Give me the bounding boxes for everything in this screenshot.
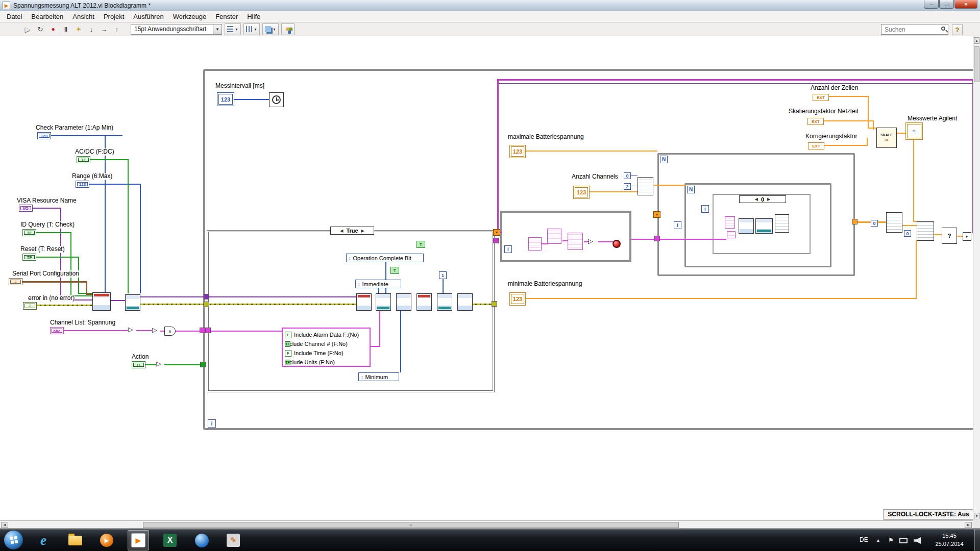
taskbar-excel[interactable]: X (159, 530, 181, 550)
string-array-node[interactable] (528, 237, 542, 251)
true-constant[interactable]: T (416, 241, 425, 248)
taskbar-app-sphere[interactable] (191, 530, 212, 550)
taskbar-ie[interactable]: e (33, 530, 54, 550)
taskbar-explorer[interactable] (64, 530, 86, 550)
terminal-min-batt[interactable]: 123 (509, 292, 526, 306)
read-data-subvi[interactable] (457, 293, 473, 311)
menu-bearbeiten[interactable]: Bearbeiten (27, 12, 68, 21)
pause-button[interactable]: ‖ (60, 23, 72, 35)
write-instrument-subvi[interactable] (356, 293, 372, 311)
font-selector[interactable]: 15pt Anwendungsschriftart (131, 24, 213, 35)
terminal-error-in[interactable]: ≡ (23, 302, 37, 310)
loop-iteration-terminal[interactable]: i (674, 221, 681, 229)
abort-button[interactable]: ● (47, 23, 59, 35)
string-function-icon[interactable]: ▷ (152, 327, 157, 333)
menu-hilfe[interactable]: Hilfe (242, 12, 265, 21)
for-loop-count-terminal[interactable]: N (687, 186, 695, 193)
taskbar-media-player[interactable]: ▶ (96, 530, 117, 550)
visa-serial-config-subvi[interactable] (92, 292, 111, 311)
bool-true-icon[interactable]: TF (285, 360, 290, 365)
and-gate[interactable]: ∧ (164, 327, 176, 336)
run-continuous-button[interactable]: ↻ (34, 23, 46, 35)
scroll-right-button[interactable]: ▶ (965, 522, 972, 528)
numeric-constant-2[interactable]: 2 (624, 183, 631, 190)
cleanup-diagram-button[interactable] (281, 23, 295, 35)
terminal-acdc[interactable]: TF (77, 156, 90, 163)
step-into-button[interactable]: ↓ (85, 23, 97, 35)
step-over-button[interactable]: → (98, 23, 110, 35)
terminal-messwerte-chart[interactable]: ≈ (905, 122, 923, 140)
terminal-anzahl-channels[interactable]: 123 (573, 186, 590, 199)
terminal-reset[interactable]: TF (22, 254, 36, 261)
volume-icon[interactable] (914, 537, 921, 544)
show-hidden-icons-button[interactable]: ▲ (876, 538, 880, 543)
taskbar-app-tool[interactable]: ✎ (223, 530, 244, 550)
loop-iteration-terminal[interactable]: i (701, 205, 709, 213)
context-help-button[interactable]: ? (952, 24, 963, 35)
string-subset-node[interactable] (725, 216, 735, 229)
reorder-objects-dropdown[interactable]: ▼ (262, 23, 279, 35)
step-out-button[interactable]: ↑ (111, 23, 123, 35)
loop-iteration-terminal[interactable]: i (208, 419, 216, 428)
horizontal-scrollbar-thumb[interactable]: ≡ (143, 522, 679, 528)
taskbar-labview[interactable]: ▶ (128, 530, 149, 550)
terminal-check-parameter[interactable]: 123 (37, 132, 51, 139)
index-array-node[interactable] (775, 214, 789, 233)
build-array-node[interactable] (886, 212, 902, 233)
ring-minimum[interactable]: ↕ Minimum (358, 372, 399, 381)
terminal-skal-netzteil[interactable]: EXT (807, 118, 824, 125)
run-button[interactable]: ▶ (21, 23, 34, 35)
terminal-action[interactable]: TF (132, 361, 145, 368)
array-subset-node[interactable] (917, 221, 934, 241)
case-selector[interactable]: ◀ True ▶ (330, 227, 374, 235)
spreadsheet-string-node[interactable] (547, 229, 561, 244)
case-next-arrow[interactable]: ▶ (361, 229, 364, 233)
true-constant[interactable]: T (390, 267, 399, 274)
inner-while-loop[interactable] (500, 211, 631, 262)
convert-function-icon[interactable]: ▷ (156, 360, 161, 367)
horizontal-scrollbar[interactable]: ◀ ≡ ▶ (0, 520, 973, 529)
match-pattern-node[interactable] (568, 233, 583, 250)
titlebar[interactable]: ▶ Spannungsmessung ALT 2012.vi Blockdiag… (0, 0, 980, 11)
terminal-visa-resource[interactable]: I/O (19, 205, 33, 212)
menu-ausfuehren[interactable]: Ausführen (129, 12, 168, 21)
for-loop-count-terminal[interactable]: N (660, 156, 668, 163)
menu-fenster[interactable]: Fenster (211, 12, 242, 21)
comparison-function-icon[interactable]: ▷ (588, 238, 593, 244)
scan-from-string-subvi[interactable] (739, 218, 754, 234)
minimize-button[interactable]: – (924, 0, 939, 9)
terminal-id-query[interactable]: TF (22, 229, 36, 236)
network-icon[interactable] (899, 538, 908, 543)
esr-query-subvi[interactable] (437, 293, 452, 311)
distribute-objects-dropdown[interactable]: ▼ (243, 23, 260, 35)
terminal-range[interactable]: 123 (76, 181, 89, 188)
action-center-icon[interactable]: ⚑ (888, 537, 894, 544)
menu-ansicht[interactable]: Ansicht (68, 12, 99, 21)
stop-led[interactable] (612, 240, 621, 248)
menu-werkzeuge[interactable]: Werkzeuge (168, 12, 211, 21)
wait-complete-subvi[interactable] (416, 293, 432, 311)
language-indicator[interactable]: DE (860, 536, 868, 543)
bool-true-icon[interactable]: TF (285, 341, 290, 347)
trigger-subvi[interactable] (396, 293, 411, 311)
index-prev-arrow[interactable]: ◀ (755, 197, 758, 202)
terminal-anzahl-zellen[interactable]: EXT (813, 94, 829, 101)
ring-immediate[interactable]: ↕ Immediate (355, 280, 401, 288)
menu-datei[interactable]: Datei (2, 12, 27, 21)
terminal-max-batt[interactable]: 123 (509, 145, 526, 158)
skale-subvi[interactable]: SKALE ≈ (876, 128, 897, 148)
string-function-icon[interactable]: ▷ (128, 326, 133, 333)
terminal-messintervall[interactable]: 123 (217, 92, 234, 106)
string-constant[interactable] (727, 231, 736, 238)
vertical-scrollbar[interactable]: ▲ ▼ (973, 36, 980, 520)
numeric-constant-0[interactable]: 0 (871, 220, 878, 227)
align-objects-dropdown[interactable]: ▼ (225, 23, 241, 35)
include-options-cluster[interactable]: F Include Alarm Data F:(No) TF Include C… (282, 328, 371, 367)
maximize-button[interactable]: □ (939, 0, 954, 9)
numeric-constant-0[interactable]: 0 (904, 230, 911, 237)
terminal-channel-list[interactable]: abc (50, 327, 64, 334)
scroll-left-button[interactable]: ◀ (1, 522, 8, 528)
search-input[interactable] (881, 24, 948, 35)
menu-projekt[interactable]: Projekt (99, 12, 129, 21)
start-button[interactable] (4, 531, 23, 549)
